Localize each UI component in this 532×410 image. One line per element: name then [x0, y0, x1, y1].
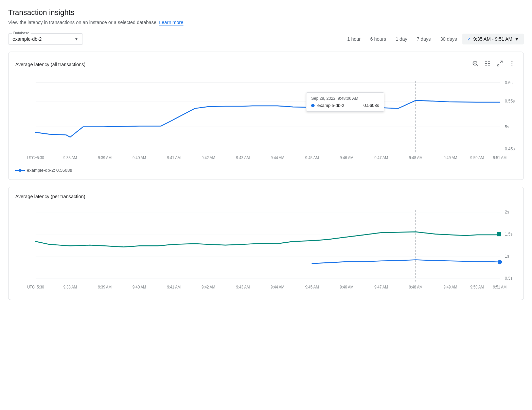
page-subtitle: View the latency in transactions on an i… [8, 20, 524, 25]
svg-text:9:50 AM: 9:50 AM [470, 156, 484, 160]
time-7days-button[interactable]: 7 days [413, 34, 435, 44]
svg-text:9:48 AM: 9:48 AM [409, 285, 423, 289]
svg-text:9:40 AM: 9:40 AM [132, 156, 146, 160]
svg-text:9:51 AM: 9:51 AM [493, 156, 507, 160]
page-title: Transaction insights [8, 8, 524, 17]
svg-text:9:42 AM: 9:42 AM [201, 156, 215, 160]
svg-text:9:38 AM: 9:38 AM [63, 285, 77, 289]
svg-point-10 [512, 61, 513, 62]
svg-text:9:39 AM: 9:39 AM [98, 285, 111, 289]
svg-text:0.5s: 0.5s [505, 276, 513, 281]
chart2-card: Average latency (per transaction) 2s 1.5… [8, 187, 524, 300]
svg-text:9:41 AM: 9:41 AM [167, 285, 181, 289]
database-select-value[interactable]: example-db-2 ▼ [13, 36, 78, 42]
svg-text:5s: 5s [505, 125, 509, 130]
svg-line-8 [500, 61, 502, 63]
svg-text:9:46 AM: 9:46 AM [340, 285, 353, 289]
chart1-container: 0.6s 0.55s 5s 0.45s UTC+5:30 9:38 AM 9:3… [15, 75, 517, 164]
controls-row: Database example-db-2 ▼ 1 hour 6 hours 1… [8, 33, 524, 45]
svg-text:0.45s: 0.45s [505, 147, 515, 152]
svg-text:1s: 1s [505, 254, 509, 259]
svg-line-1 [477, 65, 478, 67]
svg-point-38 [19, 169, 21, 172]
time-controls: 1 hour 6 hours 1 day 7 days 30 days ✓ 9:… [343, 34, 524, 44]
chart1-legend: example-db-2: 0.5608s [15, 168, 517, 173]
zoom-reset-button[interactable] [471, 59, 480, 70]
svg-text:9:43 AM: 9:43 AM [236, 285, 250, 289]
chart1-card: Average latency (all transactions) [8, 52, 524, 180]
chart2-title: Average latency (per transaction) [15, 194, 85, 199]
chart1-legend-label: example-db-2: 0.5608s [27, 168, 72, 173]
fullscreen-icon [496, 60, 503, 67]
chart1-area: 0.6s 0.55s 5s 0.45s UTC+5:30 9:38 AM 9:3… [15, 75, 517, 173]
svg-text:9:44 AM: 9:44 AM [271, 156, 284, 160]
svg-point-64 [498, 260, 502, 264]
dropdown-arrow-icon: ▼ [74, 37, 78, 41]
svg-text:9:39 AM: 9:39 AM [98, 156, 111, 160]
svg-text:9:47 AM: 9:47 AM [374, 285, 388, 289]
time-range-button[interactable]: ✓ 9:35 AM - 9:51 AM ▼ [462, 34, 524, 44]
svg-text:9:51 AM: 9:51 AM [493, 285, 507, 289]
fullscreen-button[interactable] [495, 59, 504, 70]
time-range-arrow-icon: ▼ [514, 36, 519, 42]
svg-text:9:50 AM: 9:50 AM [470, 285, 484, 289]
svg-text:9:41 AM: 9:41 AM [167, 156, 181, 160]
svg-text:1.5s: 1.5s [505, 232, 513, 237]
database-label: Database [12, 31, 31, 35]
svg-text:9:48 AM: 9:48 AM [409, 156, 423, 160]
time-6hours-button[interactable]: 6 hours [366, 34, 390, 44]
chart2-svg: 2s 1.5s 1s 0.5s UTC+5:30 9:38 AM 9:39 AM… [15, 205, 517, 293]
svg-text:9:47 AM: 9:47 AM [374, 156, 388, 160]
check-icon: ✓ [467, 36, 471, 42]
svg-point-11 [512, 63, 513, 64]
legend-icon [484, 60, 491, 67]
more-options-button[interactable] [507, 59, 517, 70]
database-select[interactable]: Database example-db-2 ▼ [8, 33, 83, 45]
time-1day-button[interactable]: 1 day [391, 34, 411, 44]
svg-point-12 [512, 65, 513, 66]
time-30days-button[interactable]: 30 days [436, 34, 461, 44]
svg-text:UTC+5:30: UTC+5:30 [27, 156, 44, 160]
svg-text:9:45 AM: 9:45 AM [305, 285, 319, 289]
svg-text:0.6s: 0.6s [505, 80, 513, 86]
time-1hour-button[interactable]: 1 hour [343, 34, 365, 44]
learn-more-link[interactable]: Learn more [159, 20, 183, 25]
chart1-title: Average latency (all transactions) [15, 62, 86, 67]
chart1-actions [471, 59, 517, 70]
svg-text:9:43 AM: 9:43 AM [236, 156, 250, 160]
svg-text:9:40 AM: 9:40 AM [132, 285, 146, 289]
svg-text:9:49 AM: 9:49 AM [443, 156, 457, 160]
svg-text:9:49 AM: 9:49 AM [443, 285, 457, 289]
chart2-container: 2s 1.5s 1s 0.5s UTC+5:30 9:38 AM 9:39 AM… [15, 205, 517, 293]
svg-text:9:42 AM: 9:42 AM [201, 285, 215, 289]
legend-button[interactable] [483, 59, 492, 70]
svg-text:9:44 AM: 9:44 AM [271, 285, 284, 289]
time-range-label: 9:35 AM - 9:51 AM [473, 36, 512, 42]
svg-text:9:46 AM: 9:46 AM [340, 156, 353, 160]
svg-text:2s: 2s [505, 210, 509, 215]
zoom-reset-icon [472, 60, 479, 67]
chart2-area: 2s 1.5s 1s 0.5s UTC+5:30 9:38 AM 9:39 AM… [15, 205, 517, 293]
more-vert-icon [509, 60, 515, 67]
chart2-header: Average latency (per transaction) [15, 194, 517, 199]
svg-text:UTC+5:30: UTC+5:30 [27, 285, 44, 289]
legend-line-icon [15, 168, 25, 172]
svg-line-9 [497, 64, 499, 66]
svg-text:0.55s: 0.55s [505, 99, 515, 104]
chart1-header: Average latency (all transactions) [15, 59, 517, 70]
svg-text:9:38 AM: 9:38 AM [63, 156, 77, 160]
chart1-svg: 0.6s 0.55s 5s 0.45s UTC+5:30 9:38 AM 9:3… [15, 75, 517, 164]
svg-text:9:45 AM: 9:45 AM [305, 156, 319, 160]
svg-rect-63 [497, 232, 501, 236]
